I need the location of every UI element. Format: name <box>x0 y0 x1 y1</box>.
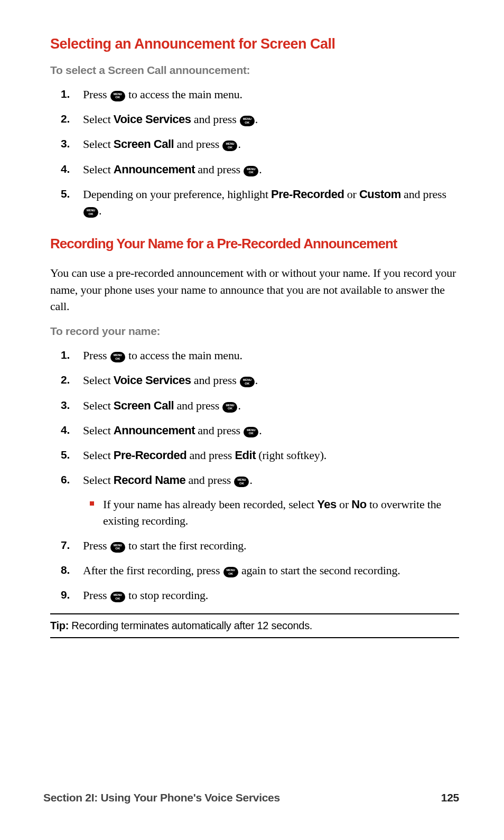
step-text: and press <box>174 137 222 151</box>
menu-ok-icon <box>110 352 125 362</box>
subhead-record-name: To record your name: <box>50 325 459 338</box>
step-item: Press to access the main menu. <box>61 347 459 363</box>
steps-list-2: Press to access the main menu. Select Vo… <box>61 347 459 604</box>
step-item: Select Screen Call and press . <box>61 397 459 414</box>
intro-paragraph: You can use a pre-recorded announcement … <box>50 265 459 314</box>
step-text: Press <box>83 539 110 552</box>
step-text: Select <box>83 163 114 176</box>
menu-ok-icon <box>110 542 125 553</box>
menu-ok-icon <box>110 592 125 602</box>
step-item: Select Pre-Recorded and press Edit (righ… <box>61 447 459 463</box>
step-text: and press <box>174 399 222 412</box>
heading-recording-name: Recording Your Name for a Pre-Recorded A… <box>50 236 459 252</box>
tip-text: Recording terminates automatically after… <box>69 620 312 631</box>
menu-ok-icon <box>240 116 255 126</box>
bullet-item: If your name has already been recorded, … <box>88 496 459 529</box>
tip-box: Tip: Recording terminates automatically … <box>50 613 459 638</box>
page-footer: Section 2I: Using Your Phone's Voice Ser… <box>43 791 459 804</box>
menu-ok-icon <box>234 477 249 487</box>
step-text: and press <box>185 473 234 487</box>
subhead-select-announcement: To select a Screen Call announcement: <box>50 64 459 77</box>
menu-ok-icon <box>244 427 258 437</box>
sub-bullet-list: If your name has already been recorded, … <box>88 496 459 529</box>
step-text: Select <box>83 399 114 412</box>
step-text: . <box>259 163 262 176</box>
step-item: Depending on your preference, highlight … <box>61 186 459 219</box>
step-text: Press <box>83 88 110 101</box>
step-item: Press to access the main menu. <box>61 86 459 102</box>
step-text: Select <box>83 424 114 437</box>
step-item: Press to start the first recording. <box>61 537 459 554</box>
step-text: and press <box>186 449 235 462</box>
menu-ok-icon <box>83 207 98 218</box>
step-text: Depending on your preference, highlight <box>83 188 271 201</box>
step-bold: Custom <box>359 188 401 201</box>
step-text: to access the main menu. <box>126 349 242 362</box>
step-text: again to start the second recording. <box>239 564 400 577</box>
step-bold: Pre-Recorded <box>271 188 344 201</box>
step-text: After the first recording, press <box>83 564 223 577</box>
step-text: and press <box>401 188 446 201</box>
step-text: . <box>255 113 258 126</box>
footer-section-title: Section 2I: Using Your Phone's Voice Ser… <box>43 791 280 804</box>
menu-ok-icon <box>110 91 125 101</box>
step-item: Select Voice Services and press . <box>61 111 459 127</box>
step-text: . <box>255 374 258 387</box>
step-item: Select Announcement and press . <box>61 161 459 178</box>
step-text: and press <box>191 113 239 126</box>
bullet-bold: Yes <box>317 498 336 511</box>
menu-ok-icon <box>240 377 255 387</box>
menu-ok-icon <box>244 166 258 176</box>
step-bold: Edit <box>235 449 256 462</box>
step-text: Select <box>83 113 114 126</box>
step-text: and press <box>191 374 239 387</box>
menu-ok-icon <box>223 567 238 577</box>
step-text: or <box>344 188 359 201</box>
step-bold: Voice Services <box>114 113 191 126</box>
step-text: and press <box>195 163 243 176</box>
heading-selecting-announcement: Selecting an Announcement for Screen Cal… <box>50 36 459 52</box>
menu-ok-icon <box>222 402 237 413</box>
step-bold: Record Name <box>114 473 185 487</box>
step-item: Select Screen Call and press . <box>61 136 459 152</box>
step-bold: Pre-Recorded <box>114 449 186 462</box>
step-bold: Announcement <box>114 163 195 176</box>
footer-page-number: 125 <box>441 791 459 804</box>
menu-ok-icon <box>222 141 237 151</box>
step-item: Press to stop recording. <box>61 587 459 603</box>
bullet-bold: No <box>351 498 366 511</box>
step-text: Select <box>83 137 114 151</box>
step-text: to stop recording. <box>126 589 208 602</box>
step-text: to start the first recording. <box>126 539 247 552</box>
step-item: After the first recording, press again t… <box>61 562 459 578</box>
step-bold: Screen Call <box>114 137 174 151</box>
step-text: . <box>249 473 252 487</box>
step-item: Select Announcement and press . <box>61 422 459 438</box>
step-text: . <box>238 137 240 151</box>
step-text: . <box>259 424 262 437</box>
step-item: Select Voice Services and press . <box>61 372 459 388</box>
step-bold: Voice Services <box>114 374 191 387</box>
step-text: and press <box>195 424 243 437</box>
step-text: Select <box>83 374 114 387</box>
step-text: . <box>238 399 240 412</box>
steps-list-1: Press to access the main menu. Select Vo… <box>61 86 459 219</box>
step-text: to access the main menu. <box>126 88 242 101</box>
step-bold: Announcement <box>114 424 195 437</box>
step-item: Select Record Name and press . If your n… <box>61 472 459 529</box>
step-text: Press <box>83 349 110 362</box>
step-text: Select <box>83 449 114 462</box>
step-text: Press <box>83 589 110 602</box>
tip-label: Tip: <box>50 620 69 631</box>
step-text: (right softkey). <box>256 449 326 462</box>
bullet-text: If your name has already been recorded, … <box>103 498 317 511</box>
bullet-text: or <box>337 498 352 511</box>
step-text: . <box>99 204 101 217</box>
step-bold: Screen Call <box>114 399 174 412</box>
step-text: Select <box>83 473 114 487</box>
